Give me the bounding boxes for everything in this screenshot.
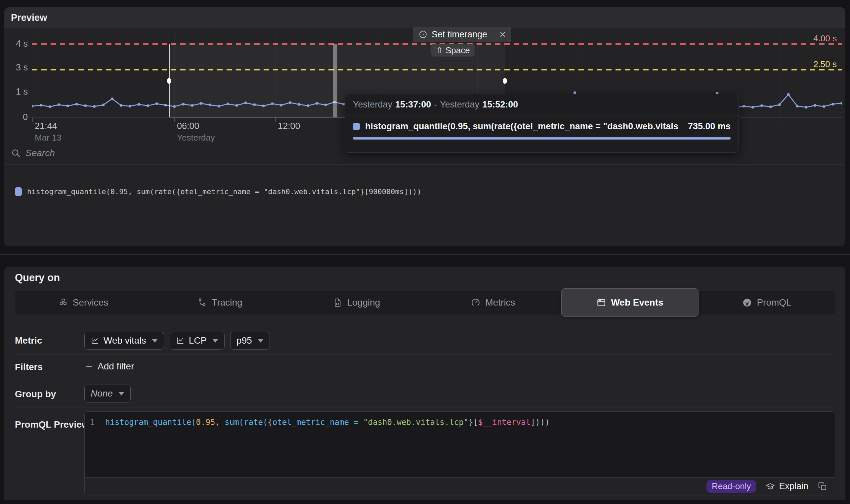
group-by-row-label: Group by bbox=[15, 389, 56, 399]
editor-footer: Read-only Explain bbox=[85, 477, 835, 495]
metric-group-dropdown[interactable]: Web vitals bbox=[84, 332, 164, 349]
legend-query-text: histogram_quantile(0.95, sum(rate({otel_… bbox=[27, 187, 421, 196]
query-panel-title: Query on bbox=[15, 272, 60, 284]
tooltip-series-value: 735.00 ms bbox=[688, 121, 730, 132]
readonly-badge: Read-only bbox=[706, 480, 756, 493]
preview-title: Preview bbox=[11, 12, 47, 23]
set-timerange-pill[interactable]: Set timerange bbox=[413, 27, 511, 42]
search-placeholder: Search bbox=[25, 148, 55, 158]
y-tick-1s: 1 s bbox=[9, 87, 28, 97]
tooltip-series-row: histogram_quantile(0.95, sum(rate({otel_… bbox=[345, 115, 739, 132]
web-events-icon bbox=[596, 298, 606, 308]
chevron-down-icon bbox=[152, 339, 158, 343]
plus-icon bbox=[84, 362, 94, 371]
selection-handle-right[interactable] bbox=[503, 78, 507, 84]
tab-services[interactable]: Services bbox=[15, 291, 151, 314]
metric-row-label: Metric bbox=[15, 335, 42, 346]
hover-crosshair-bar bbox=[333, 44, 337, 118]
promql-preview-label: PromQL Preview bbox=[15, 419, 89, 430]
tooltip-series-bar bbox=[353, 137, 730, 140]
chart-line-icon bbox=[176, 336, 184, 345]
filters-row-label: Filters bbox=[15, 362, 43, 372]
x-tick-2: 12:00 bbox=[278, 121, 300, 132]
add-filter-button[interactable]: Add filter bbox=[84, 359, 134, 374]
metric-dropdowns: Web vitals LCP p95 bbox=[84, 332, 270, 349]
y-tick-0: 0 bbox=[9, 112, 28, 122]
services-icon bbox=[58, 298, 68, 308]
line-number: 1 bbox=[90, 417, 95, 428]
set-timerange-label: Set timerange bbox=[432, 30, 487, 40]
divider bbox=[15, 354, 835, 355]
close-timerange-button[interactable] bbox=[494, 27, 511, 42]
query-legend-item[interactable]: histogram_quantile(0.95, sum(rate({otel_… bbox=[15, 187, 421, 196]
promql-code-line: histogram_quantile(0.95, sum(rate({otel_… bbox=[105, 417, 550, 428]
promql-prometheus-icon bbox=[742, 298, 752, 308]
metrics-gauge-icon bbox=[471, 298, 481, 308]
app-screen: Preview 4 s 3 s 1 s 0 4.00 s 2.50 s bbox=[0, 0, 850, 504]
tooltip-timerange: Yesterday 15:37:00 - Yesterday 15:52:00 bbox=[345, 94, 739, 115]
series-swatch bbox=[353, 123, 360, 130]
tooltip-series-label: histogram_quantile(0.95, sum(rate({otel_… bbox=[365, 121, 679, 132]
tracing-icon bbox=[197, 298, 207, 308]
metric-name-dropdown[interactable]: LCP bbox=[170, 332, 224, 349]
clock-icon bbox=[418, 30, 428, 39]
close-icon bbox=[499, 31, 507, 38]
query-source-tabbar: Services Tracing Logging bbox=[15, 291, 835, 314]
y-tick-4s: 4 s bbox=[9, 39, 28, 49]
logging-icon bbox=[333, 298, 343, 308]
space-shortcut-badge: ⇧ Space bbox=[431, 44, 475, 57]
search-icon bbox=[11, 148, 21, 158]
chevron-down-icon bbox=[258, 339, 264, 343]
divider bbox=[15, 380, 835, 380]
tab-metrics[interactable]: Metrics bbox=[425, 291, 561, 314]
group-by-dropdown[interactable]: None bbox=[84, 384, 131, 402]
tab-web-events[interactable]: Web Events bbox=[561, 288, 699, 317]
chart-tooltip: Yesterday 15:37:00 - Yesterday 15:52:00 … bbox=[345, 94, 739, 153]
graduation-cap-icon bbox=[765, 482, 775, 491]
tab-tracing[interactable]: Tracing bbox=[151, 291, 288, 314]
y-tick-3s: 3 s bbox=[9, 62, 28, 73]
search-input[interactable]: Search bbox=[11, 146, 55, 160]
explain-button[interactable]: Explain bbox=[765, 481, 808, 491]
panel-divider bbox=[0, 254, 850, 255]
tab-promql[interactable]: PromQL bbox=[699, 291, 835, 314]
promql-code-editor: 1 histogram_quantile(0.95, sum(rate({ote… bbox=[84, 411, 835, 496]
chevron-down-icon bbox=[119, 392, 124, 396]
percentile-dropdown[interactable]: p95 bbox=[230, 332, 270, 349]
x-tick-0: 21:44 Mar 13 bbox=[35, 121, 61, 143]
copy-icon[interactable] bbox=[818, 482, 828, 491]
series-swatch bbox=[15, 187, 22, 196]
x-tick-1: 06:00 Yesterday bbox=[177, 121, 215, 143]
divider bbox=[4, 164, 845, 165]
preview-panel-header: Preview bbox=[4, 7, 845, 28]
tab-logging[interactable]: Logging bbox=[288, 291, 425, 314]
divider bbox=[15, 407, 835, 408]
chevron-down-icon bbox=[212, 339, 218, 343]
selection-handle-left[interactable] bbox=[167, 78, 171, 84]
chart-line-icon bbox=[91, 336, 99, 345]
